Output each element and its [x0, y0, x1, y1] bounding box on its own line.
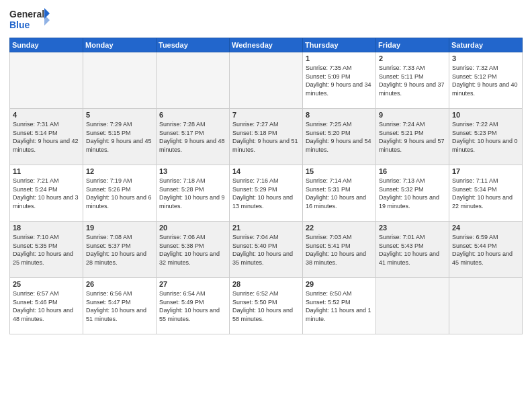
day-number: 22 — [306, 224, 373, 232]
day-info: Sunrise: 7:06 AM Sunset: 5:38 PM Dayligh… — [159, 233, 226, 267]
day-number: 10 — [452, 111, 519, 119]
calendar-cell: 6Sunrise: 7:28 AM Sunset: 5:17 PM Daylig… — [157, 109, 230, 165]
calendar-cell: 22Sunrise: 7:03 AM Sunset: 5:41 PM Dayli… — [303, 222, 376, 278]
day-number: 18 — [13, 224, 80, 232]
day-number: 6 — [159, 111, 226, 119]
calendar-cell: 4Sunrise: 7:31 AM Sunset: 5:14 PM Daylig… — [10, 109, 83, 165]
day-info: Sunrise: 6:50 AM Sunset: 5:52 PM Dayligh… — [306, 289, 373, 323]
calendar-cell: 28Sunrise: 6:52 AM Sunset: 5:50 PM Dayli… — [230, 278, 303, 334]
day-info: Sunrise: 7:24 AM Sunset: 5:21 PM Dayligh… — [379, 120, 446, 154]
col-header-saturday: Saturday — [449, 38, 523, 52]
calendar-cell: 9Sunrise: 7:24 AM Sunset: 5:21 PM Daylig… — [376, 109, 449, 165]
svg-text:Blue: Blue — [9, 19, 30, 30]
calendar-cell: 20Sunrise: 7:06 AM Sunset: 5:38 PM Dayli… — [157, 222, 230, 278]
day-number: 5 — [86, 111, 153, 119]
day-info: Sunrise: 7:19 AM Sunset: 5:26 PM Dayligh… — [86, 177, 153, 210]
calendar-week-row: 18Sunrise: 7:10 AM Sunset: 5:35 PM Dayli… — [10, 222, 523, 278]
calendar-week-row: 1Sunrise: 7:35 AM Sunset: 5:09 PM Daylig… — [10, 52, 523, 109]
day-info: Sunrise: 7:35 AM Sunset: 5:09 PM Dayligh… — [306, 64, 373, 97]
day-number: 9 — [379, 111, 446, 119]
calendar-cell: 18Sunrise: 7:10 AM Sunset: 5:35 PM Dayli… — [10, 222, 83, 278]
calendar-cell: 3Sunrise: 7:32 AM Sunset: 5:12 PM Daylig… — [449, 52, 523, 109]
col-header-tuesday: Tuesday — [157, 38, 230, 52]
day-info: Sunrise: 7:29 AM Sunset: 5:15 PM Dayligh… — [86, 120, 153, 154]
col-header-wednesday: Wednesday — [230, 38, 303, 52]
day-number: 14 — [232, 167, 300, 175]
col-header-friday: Friday — [376, 38, 449, 52]
day-info: Sunrise: 7:16 AM Sunset: 5:29 PM Dayligh… — [232, 177, 300, 210]
day-number: 4 — [13, 111, 80, 119]
day-number: 2 — [379, 54, 446, 62]
calendar-cell: 15Sunrise: 7:14 AM Sunset: 5:31 PM Dayli… — [303, 165, 376, 222]
calendar-cell — [10, 52, 83, 109]
day-number: 21 — [232, 224, 300, 232]
day-info: Sunrise: 6:59 AM Sunset: 5:44 PM Dayligh… — [452, 233, 519, 267]
day-info: Sunrise: 7:03 AM Sunset: 5:41 PM Dayligh… — [306, 233, 373, 267]
calendar-cell: 2Sunrise: 7:33 AM Sunset: 5:11 PM Daylig… — [376, 52, 449, 109]
day-info: Sunrise: 6:54 AM Sunset: 5:49 PM Dayligh… — [159, 289, 226, 323]
page: GeneralBlue SundayMondayTuesdayWednesday… — [0, 0, 532, 411]
calendar-cell: 13Sunrise: 7:18 AM Sunset: 5:28 PM Dayli… — [157, 165, 230, 222]
day-number: 3 — [452, 54, 519, 62]
calendar-cell: 5Sunrise: 7:29 AM Sunset: 5:15 PM Daylig… — [83, 109, 157, 165]
day-info: Sunrise: 7:08 AM Sunset: 5:37 PM Dayligh… — [86, 233, 153, 267]
day-info: Sunrise: 7:28 AM Sunset: 5:17 PM Dayligh… — [159, 120, 226, 154]
calendar-cell: 12Sunrise: 7:19 AM Sunset: 5:26 PM Dayli… — [83, 165, 157, 222]
day-number: 1 — [306, 54, 373, 62]
day-info: Sunrise: 7:32 AM Sunset: 5:12 PM Dayligh… — [452, 64, 519, 97]
day-info: Sunrise: 7:01 AM Sunset: 5:43 PM Dayligh… — [379, 233, 446, 267]
day-number: 7 — [232, 111, 300, 119]
day-number: 23 — [379, 224, 446, 232]
day-number: 12 — [86, 167, 153, 175]
svg-text:General: General — [9, 9, 44, 19]
calendar-week-row: 25Sunrise: 6:57 AM Sunset: 5:46 PM Dayli… — [10, 278, 523, 334]
svg-marker-3 — [44, 15, 50, 26]
col-header-monday: Monday — [83, 38, 157, 52]
calendar-cell — [83, 52, 157, 109]
day-info: Sunrise: 7:22 AM Sunset: 5:23 PM Dayligh… — [452, 120, 519, 154]
day-number: 8 — [306, 111, 373, 119]
calendar-cell — [376, 278, 449, 334]
day-info: Sunrise: 7:14 AM Sunset: 5:31 PM Dayligh… — [306, 177, 373, 210]
calendar-cell: 8Sunrise: 7:25 AM Sunset: 5:20 PM Daylig… — [303, 109, 376, 165]
calendar-cell: 10Sunrise: 7:22 AM Sunset: 5:23 PM Dayli… — [449, 109, 523, 165]
calendar-cell: 7Sunrise: 7:27 AM Sunset: 5:18 PM Daylig… — [230, 109, 303, 165]
calendar-week-row: 4Sunrise: 7:31 AM Sunset: 5:14 PM Daylig… — [10, 109, 523, 165]
generalblue-logo-icon: GeneralBlue — [9, 7, 50, 34]
day-number: 20 — [159, 224, 226, 232]
col-header-thursday: Thursday — [303, 38, 376, 52]
logo: GeneralBlue — [9, 7, 50, 34]
day-number: 13 — [159, 167, 226, 175]
day-info: Sunrise: 6:56 AM Sunset: 5:47 PM Dayligh… — [86, 289, 153, 323]
day-info: Sunrise: 7:10 AM Sunset: 5:35 PM Dayligh… — [13, 233, 80, 267]
calendar-cell: 1Sunrise: 7:35 AM Sunset: 5:09 PM Daylig… — [303, 52, 376, 109]
col-header-sunday: Sunday — [10, 38, 83, 52]
calendar-cell: 29Sunrise: 6:50 AM Sunset: 5:52 PM Dayli… — [303, 278, 376, 334]
day-number: 17 — [452, 167, 519, 175]
day-info: Sunrise: 7:13 AM Sunset: 5:32 PM Dayligh… — [379, 177, 446, 210]
calendar-cell: 27Sunrise: 6:54 AM Sunset: 5:49 PM Dayli… — [157, 278, 230, 334]
calendar-cell — [157, 52, 230, 109]
day-number: 15 — [306, 167, 373, 175]
day-number: 29 — [306, 280, 373, 288]
day-number: 11 — [13, 167, 80, 175]
calendar-cell: 24Sunrise: 6:59 AM Sunset: 5:44 PM Dayli… — [449, 222, 523, 278]
day-info: Sunrise: 6:52 AM Sunset: 5:50 PM Dayligh… — [232, 289, 300, 323]
day-info: Sunrise: 6:57 AM Sunset: 5:46 PM Dayligh… — [13, 289, 80, 323]
day-number: 25 — [13, 280, 80, 288]
calendar-header-row: SundayMondayTuesdayWednesdayThursdayFrid… — [10, 38, 523, 52]
calendar-cell: 19Sunrise: 7:08 AM Sunset: 5:37 PM Dayli… — [83, 222, 157, 278]
calendar-cell — [230, 52, 303, 109]
day-info: Sunrise: 7:33 AM Sunset: 5:11 PM Dayligh… — [379, 64, 446, 97]
calendar-cell: 14Sunrise: 7:16 AM Sunset: 5:29 PM Dayli… — [230, 165, 303, 222]
day-number: 24 — [452, 224, 519, 232]
calendar-cell: 17Sunrise: 7:11 AM Sunset: 5:34 PM Dayli… — [449, 165, 523, 222]
header: GeneralBlue — [9, 7, 523, 34]
day-number: 28 — [232, 280, 300, 288]
day-info: Sunrise: 7:21 AM Sunset: 5:24 PM Dayligh… — [13, 177, 80, 210]
calendar-cell — [449, 278, 523, 334]
calendar-cell: 26Sunrise: 6:56 AM Sunset: 5:47 PM Dayli… — [83, 278, 157, 334]
calendar-cell: 21Sunrise: 7:04 AM Sunset: 5:40 PM Dayli… — [230, 222, 303, 278]
calendar-cell: 16Sunrise: 7:13 AM Sunset: 5:32 PM Dayli… — [376, 165, 449, 222]
calendar-week-row: 11Sunrise: 7:21 AM Sunset: 5:24 PM Dayli… — [10, 165, 523, 222]
